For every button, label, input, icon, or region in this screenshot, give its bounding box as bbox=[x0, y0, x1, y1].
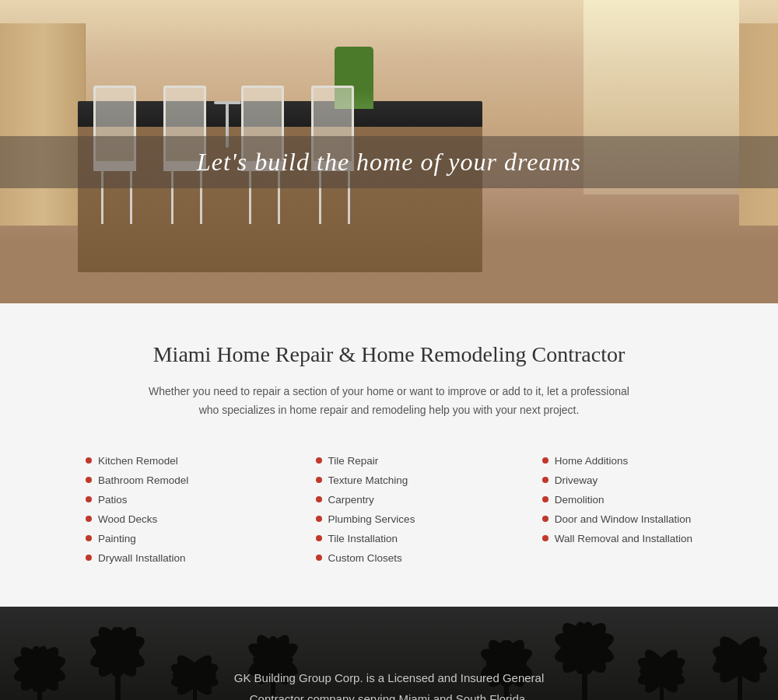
list-item: Carpentry bbox=[316, 490, 415, 509]
bullet-icon bbox=[86, 535, 92, 541]
list-item: Home Additions bbox=[542, 451, 692, 471]
service-label: Patios bbox=[98, 494, 128, 506]
svg-point-51 bbox=[640, 663, 683, 679]
hero-overlay: Let's build the home of your dreams bbox=[0, 136, 778, 188]
list-item: Texture Matching bbox=[316, 471, 415, 490]
list-item: Demolition bbox=[542, 490, 692, 509]
bullet-icon bbox=[542, 496, 548, 502]
services-column-2: Tile RepairTexture MatchingCarpentryPlum… bbox=[316, 451, 415, 568]
bullet-icon bbox=[316, 496, 322, 502]
list-item: Painting bbox=[86, 529, 188, 548]
bullet-icon bbox=[86, 477, 92, 483]
service-label: Kitchen Remodel bbox=[98, 455, 178, 467]
service-label: Bathroom Remodel bbox=[98, 474, 188, 486]
bullet-icon bbox=[86, 496, 92, 502]
service-label: Texture Matching bbox=[328, 474, 408, 486]
bullet-icon bbox=[86, 457, 92, 464]
footer-line2: Contractor company serving Miami and Sou… bbox=[250, 692, 529, 700]
hero-section: Let's build the home of your dreams bbox=[0, 0, 778, 303]
service-label: Home Additions bbox=[555, 455, 629, 467]
bullet-icon bbox=[542, 535, 548, 541]
service-label: Tile Repair bbox=[328, 455, 379, 467]
bullet-icon bbox=[542, 477, 548, 483]
list-item: Door and Window Installation bbox=[542, 509, 692, 529]
list-item: Plumbing Services bbox=[316, 509, 415, 529]
svg-point-7 bbox=[20, 662, 59, 676]
service-label: Plumbing Services bbox=[328, 513, 415, 525]
bullet-icon bbox=[316, 535, 322, 541]
bullet-icon bbox=[86, 555, 92, 561]
kitchen-cabinet-right bbox=[739, 23, 778, 226]
services-grid: Kitchen RemodelBathroom RemodelPatiosWoo… bbox=[70, 451, 708, 568]
services-column-1: Kitchen RemodelBathroom RemodelPatiosWoo… bbox=[86, 451, 188, 568]
service-label: Demolition bbox=[555, 494, 605, 506]
service-label: Wood Decks bbox=[98, 513, 157, 525]
svg-point-15 bbox=[96, 644, 139, 660]
footer-section: GK Building Group Corp. is a Licensed an… bbox=[0, 607, 778, 700]
list-item: Kitchen Remodel bbox=[86, 451, 188, 471]
list-item: Wall Removal and Installation bbox=[542, 529, 692, 548]
list-item: Custom Closets bbox=[316, 548, 415, 568]
service-label: Door and Window Installation bbox=[555, 513, 692, 525]
bullet-icon bbox=[542, 457, 548, 464]
bullet-icon bbox=[316, 477, 322, 483]
service-label: Custom Closets bbox=[328, 552, 402, 564]
main-content: Miami Home Repair & Home Remodeling Cont… bbox=[0, 303, 778, 607]
hero-tagline: Let's build the home of your dreams bbox=[16, 148, 762, 177]
svg-point-29 bbox=[253, 652, 293, 667]
svg-point-45 bbox=[562, 639, 607, 656]
list-item: Tile Installation bbox=[316, 529, 415, 548]
services-column-3: Home AdditionsDrivewayDemolitionDoor and… bbox=[542, 451, 692, 568]
service-label: Drywall Installation bbox=[98, 552, 186, 564]
list-item: Driveway bbox=[542, 471, 692, 490]
service-label: Wall Removal and Installation bbox=[555, 533, 692, 544]
kitchen-cabinet-left bbox=[0, 23, 86, 226]
page-description: Whether you need to repair a section of … bbox=[140, 383, 638, 420]
bullet-icon bbox=[316, 555, 322, 561]
service-label: Carpentry bbox=[328, 494, 374, 506]
page-title: Miami Home Repair & Home Remodeling Cont… bbox=[47, 342, 731, 367]
svg-point-57 bbox=[716, 651, 764, 668]
list-item: Tile Repair bbox=[316, 451, 415, 471]
bullet-icon bbox=[316, 457, 322, 464]
list-item: Drywall Installation bbox=[86, 548, 188, 568]
footer-line1: GK Building Group Corp. is a Licensed an… bbox=[234, 671, 545, 684]
footer-text: GK Building Group Corp. is a Licensed an… bbox=[156, 667, 622, 700]
service-label: Driveway bbox=[555, 474, 598, 486]
bullet-icon bbox=[316, 516, 322, 522]
list-item: Wood Decks bbox=[86, 509, 188, 529]
list-item: Patios bbox=[86, 490, 188, 509]
list-item: Bathroom Remodel bbox=[86, 471, 188, 490]
service-label: Painting bbox=[98, 533, 136, 544]
bullet-icon bbox=[86, 516, 92, 522]
bullet-icon bbox=[542, 516, 548, 522]
service-label: Tile Installation bbox=[328, 533, 398, 544]
